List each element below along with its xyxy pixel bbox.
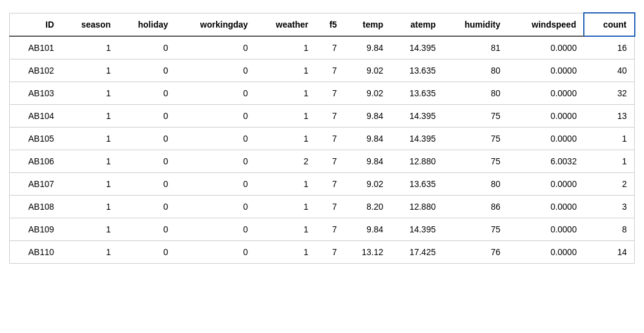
cell-id: AB103 [9,82,61,105]
cell-workingday: 0 [176,241,255,264]
cell-season: 1 [61,105,118,128]
cell-temp: 9.84 [344,218,390,241]
column-header-workingday: workingday [176,13,255,36]
column-header-season: season [61,13,118,36]
cell-holiday: 0 [118,59,175,82]
cell-id: AB109 [9,218,61,241]
table-row: AB102100179.0213.635800.000040 [9,59,635,82]
cell-workingday: 0 [176,150,255,173]
cell-windspeed: 0.0000 [508,173,584,196]
cell-f5: 7 [316,196,344,218]
cell-windspeed: 0.0000 [508,241,584,264]
cell-f5: 7 [316,105,344,128]
cell-count: 2 [584,173,634,196]
cell-f5: 7 [316,59,344,82]
cell-id: AB110 [9,241,61,264]
cell-f5: 7 [316,218,344,241]
cell-workingday: 0 [176,218,255,241]
table-row: AB101100179.8414.395810.000016 [9,36,635,59]
cell-season: 1 [61,59,118,82]
cell-workingday: 0 [176,128,255,150]
cell-atemp: 17.425 [390,241,443,264]
cell-f5: 7 [316,150,344,173]
cell-atemp: 14.395 [390,36,443,59]
cell-count: 8 [584,218,634,241]
cell-season: 1 [61,173,118,196]
cell-windspeed: 0.0000 [508,128,584,150]
cell-holiday: 0 [118,196,175,218]
cell-workingday: 0 [176,173,255,196]
cell-atemp: 13.635 [390,82,443,105]
cell-temp: 8.20 [344,196,390,218]
cell-windspeed: 0.0000 [508,196,584,218]
column-header-humidity: humidity [443,13,508,36]
cell-humidity: 75 [443,105,508,128]
cell-temp: 13.12 [344,241,390,264]
cell-atemp: 12.880 [390,196,443,218]
column-header-holiday: holiday [118,13,175,36]
cell-workingday: 0 [176,36,255,59]
table-row: AB109100179.8414.395750.00008 [9,218,635,241]
cell-humidity: 75 [443,150,508,173]
cell-holiday: 0 [118,218,175,241]
cell-windspeed: 0.0000 [508,36,584,59]
column-header-id: ID [9,13,61,36]
table-header: IDseasonholidayworkingdayweatherf5tempat… [9,13,635,36]
table-row: AB1101001713.1217.425760.000014 [9,241,635,264]
cell-count: 13 [584,105,634,128]
table-row: AB107100179.0213.635800.00002 [9,173,635,196]
cell-id: AB102 [9,59,61,82]
cell-holiday: 0 [118,36,175,59]
cell-holiday: 0 [118,82,175,105]
cell-atemp: 13.635 [390,59,443,82]
cell-count: 1 [584,150,634,173]
column-header-atemp: atemp [390,13,443,36]
cell-count: 1 [584,128,634,150]
cell-f5: 7 [316,241,344,264]
cell-humidity: 80 [443,82,508,105]
cell-workingday: 0 [176,105,255,128]
table-row: AB104100179.8414.395750.000013 [9,105,635,128]
table-row: AB103100179.0213.635800.000032 [9,82,635,105]
cell-humidity: 80 [443,59,508,82]
cell-count: 3 [584,196,634,218]
column-header-windspeed: windspeed [508,13,584,36]
cell-humidity: 75 [443,218,508,241]
table-body: AB101100179.8414.395810.000016AB10210017… [9,36,635,264]
column-header-temp: temp [344,13,390,36]
cell-workingday: 0 [176,82,255,105]
cell-season: 1 [61,82,118,105]
cell-temp: 9.84 [344,105,390,128]
cell-weather: 1 [255,196,316,218]
cell-windspeed: 0.0000 [508,59,584,82]
cell-atemp: 12.880 [390,150,443,173]
table-row: AB108100178.2012.880860.00003 [9,196,635,218]
cell-f5: 7 [316,173,344,196]
cell-weather: 1 [255,59,316,82]
cell-f5: 7 [316,82,344,105]
cell-season: 1 [61,128,118,150]
cell-temp: 9.02 [344,173,390,196]
column-header-count: count [584,13,634,36]
cell-id: AB107 [9,173,61,196]
cell-weather: 1 [255,105,316,128]
data-table-container: IDseasonholidayworkingdayweatherf5tempat… [9,12,635,264]
cell-id: AB104 [9,105,61,128]
cell-atemp: 14.395 [390,218,443,241]
cell-humidity: 76 [443,241,508,264]
cell-id: AB105 [9,128,61,150]
cell-count: 14 [584,241,634,264]
cell-atemp: 14.395 [390,128,443,150]
cell-weather: 1 [255,218,316,241]
cell-season: 1 [61,36,118,59]
cell-temp: 9.02 [344,59,390,82]
cell-temp: 9.84 [344,36,390,59]
cell-id: AB101 [9,36,61,59]
cell-count: 16 [584,36,634,59]
column-header-weather: weather [255,13,316,36]
cell-temp: 9.84 [344,128,390,150]
cell-windspeed: 0.0000 [508,218,584,241]
cell-holiday: 0 [118,173,175,196]
cell-season: 1 [61,196,118,218]
cell-holiday: 0 [118,150,175,173]
